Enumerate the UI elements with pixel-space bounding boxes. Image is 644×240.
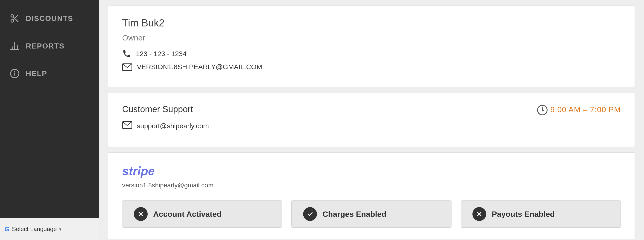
account-activated-label: Account Activated <box>153 210 222 218</box>
sidebar-item-label: HELP <box>26 70 47 78</box>
sidebar-item-label: REPORTS <box>26 42 65 50</box>
stripe-email: version1.8shipearly@gmail.com <box>122 182 621 189</box>
support-card: Customer Support support@shipearly.com 9… <box>108 93 635 147</box>
support-hours-row: 9:00 AM – 7:00 PM <box>536 104 621 114</box>
support-title: Customer Support <box>122 104 209 114</box>
sidebar-item-help[interactable]: HELP <box>0 60 99 87</box>
support-email-row: support@shipearly.com <box>122 121 209 130</box>
svg-line-3 <box>16 20 18 22</box>
select-language-label: Select Language <box>12 226 57 233</box>
clock-icon <box>536 104 547 114</box>
google-logo: G <box>4 226 10 233</box>
check-circle-icon <box>303 207 317 221</box>
svg-point-18 <box>306 210 314 218</box>
charges-enabled-badge: Charges Enabled <box>292 200 452 228</box>
phone-number: 123 - 123 - 1234 <box>136 50 186 58</box>
bar-chart-icon <box>9 40 20 52</box>
support-hours: 9:00 AM – 7:00 PM <box>550 105 621 114</box>
phone-row: 123 - 123 - 1234 <box>122 49 621 58</box>
scissors-icon <box>9 13 20 24</box>
sidebar-item-reports[interactable]: REPORTS <box>0 32 99 60</box>
owner-role: Owner <box>122 33 621 42</box>
chevron-down-icon: ▾ <box>59 226 62 232</box>
stripe-badges: Account Activated Charges Enabled <box>122 200 621 228</box>
owner-email: VERSION1.8SHIPEARLY@GMAIL.COM <box>137 63 262 71</box>
language-selector[interactable]: G Select Language ▾ <box>0 218 99 240</box>
support-envelope-icon <box>122 121 132 130</box>
phone-icon <box>122 49 131 58</box>
owner-name: Tim Buk2 <box>122 17 621 29</box>
charges-enabled-label: Charges Enabled <box>322 210 386 218</box>
owner-card: Tim Buk2 Owner 123 - 123 - 1234 VERSION1… <box>108 6 635 87</box>
payouts-enabled-badge: Payouts Enabled <box>461 200 621 228</box>
svg-line-4 <box>13 17 15 18</box>
sidebar-item-discounts[interactable]: DISCOUNTS <box>0 4 99 32</box>
x-circle-icon <box>134 207 148 221</box>
stripe-logo: stripe <box>122 164 621 178</box>
sidebar-item-label: DISCOUNTS <box>26 14 73 23</box>
email-row: VERSION1.8SHIPEARLY@GMAIL.COM <box>122 63 621 71</box>
payouts-enabled-label: Payouts Enabled <box>492 210 555 218</box>
main-content: Tim Buk2 Owner 123 - 123 - 1234 VERSION1… <box>99 0 644 240</box>
x-circle-icon-2 <box>472 207 486 221</box>
info-icon <box>9 68 20 79</box>
account-activated-badge: Account Activated <box>122 200 282 228</box>
envelope-icon <box>122 63 132 70</box>
support-email: support@shipearly.com <box>137 122 209 130</box>
sidebar: DISCOUNTS REPORTS HELP G Select Language <box>0 0 99 240</box>
support-info: Customer Support support@shipearly.com <box>122 104 209 135</box>
stripe-card: stripe version1.8shipearly@gmail.com Acc… <box>108 152 635 239</box>
